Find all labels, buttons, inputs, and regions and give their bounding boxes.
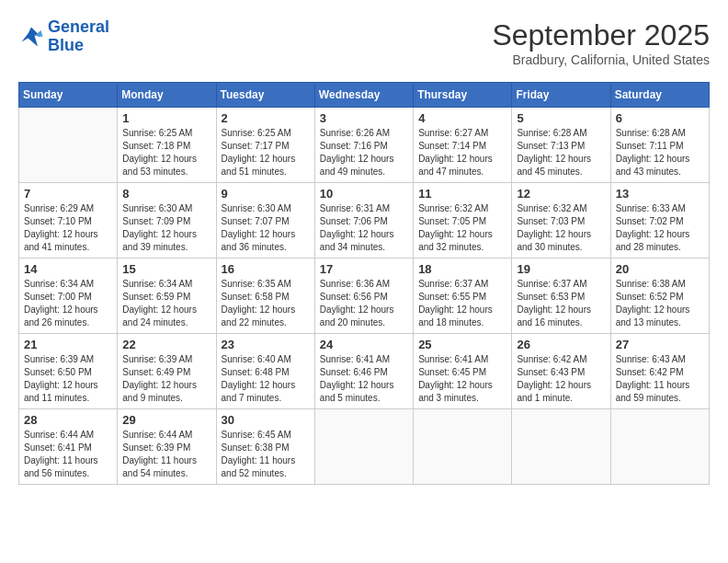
calendar-cell: 24Sunrise: 6:41 AMSunset: 6:46 PMDayligh…: [314, 334, 413, 409]
day-number: 14: [24, 262, 112, 276]
calendar-header-row: SundayMondayTuesdayWednesdayThursdayFrid…: [19, 83, 710, 108]
day-info: Sunrise: 6:41 AMSunset: 6:45 PMDaylight:…: [418, 353, 506, 405]
day-info: Sunrise: 6:25 AMSunset: 7:17 PMDaylight:…: [222, 127, 310, 178]
day-of-week-header: Monday: [118, 83, 216, 108]
month-title: September 2025: [492, 18, 710, 52]
day-info: Sunrise: 6:39 AMSunset: 6:50 PMDaylight:…: [24, 353, 112, 405]
calendar-cell: 4Sunrise: 6:27 AMSunset: 7:14 PMDaylight…: [414, 108, 512, 183]
day-of-week-header: Wednesday: [314, 83, 413, 108]
day-number: 29: [122, 413, 210, 427]
calendar-cell: 21Sunrise: 6:39 AMSunset: 6:50 PMDayligh…: [19, 334, 118, 409]
day-number: 7: [24, 187, 112, 201]
calendar-cell: 5Sunrise: 6:28 AMSunset: 7:13 PMDaylight…: [512, 108, 610, 183]
day-number: 1: [122, 111, 210, 125]
day-info: Sunrise: 6:28 AMSunset: 7:13 PMDaylight:…: [517, 127, 605, 178]
day-of-week-header: Thursday: [414, 83, 512, 108]
day-info: Sunrise: 6:40 AMSunset: 6:48 PMDaylight:…: [222, 353, 310, 405]
calendar-cell: 20Sunrise: 6:38 AMSunset: 6:52 PMDayligh…: [610, 259, 709, 334]
day-number: 18: [418, 262, 506, 276]
calendar-cell: [19, 108, 118, 183]
day-number: 23: [222, 338, 310, 351]
day-number: 16: [222, 262, 310, 276]
day-info: Sunrise: 6:28 AMSunset: 7:11 PMDaylight:…: [616, 127, 704, 178]
day-number: 30: [222, 413, 310, 427]
location: Bradbury, California, United States: [492, 52, 710, 67]
day-of-week-header: Sunday: [19, 83, 118, 108]
day-number: 4: [418, 111, 506, 125]
calendar-week-row: 14Sunrise: 6:34 AMSunset: 7:00 PMDayligh…: [19, 259, 710, 334]
logo-icon: [18, 24, 44, 50]
calendar-cell: 13Sunrise: 6:33 AMSunset: 7:02 PMDayligh…: [610, 183, 709, 259]
day-number: 5: [517, 111, 605, 125]
day-info: Sunrise: 6:42 AMSunset: 6:43 PMDaylight:…: [517, 353, 605, 405]
day-info: Sunrise: 6:43 AMSunset: 6:42 PMDaylight:…: [616, 353, 704, 405]
day-number: 27: [616, 338, 704, 351]
day-number: 21: [24, 338, 112, 351]
calendar-week-row: 28Sunrise: 6:44 AMSunset: 6:41 PMDayligh…: [19, 409, 710, 485]
day-info: Sunrise: 6:34 AMSunset: 7:00 PMDaylight:…: [24, 278, 112, 329]
day-info: Sunrise: 6:41 AMSunset: 6:46 PMDaylight:…: [320, 353, 408, 405]
day-number: 25: [418, 338, 506, 351]
day-number: 11: [418, 187, 506, 201]
calendar-cell: 29Sunrise: 6:44 AMSunset: 6:39 PMDayligh…: [118, 409, 216, 485]
day-info: Sunrise: 6:37 AMSunset: 6:53 PMDaylight:…: [517, 278, 605, 329]
day-number: 10: [320, 187, 408, 201]
day-number: 28: [24, 413, 112, 427]
day-of-week-header: Saturday: [610, 83, 709, 108]
day-info: Sunrise: 6:34 AMSunset: 6:59 PMDaylight:…: [122, 278, 210, 329]
calendar-week-row: 1Sunrise: 6:25 AMSunset: 7:18 PMDaylight…: [19, 108, 710, 183]
svg-marker-0: [22, 27, 41, 46]
day-info: Sunrise: 6:44 AMSunset: 6:39 PMDaylight:…: [122, 429, 210, 480]
day-of-week-header: Friday: [512, 83, 610, 108]
calendar-cell: 3Sunrise: 6:26 AMSunset: 7:16 PMDaylight…: [314, 108, 413, 183]
day-info: Sunrise: 6:45 AMSunset: 6:38 PMDaylight:…: [222, 429, 310, 480]
day-info: Sunrise: 6:38 AMSunset: 6:52 PMDaylight:…: [616, 278, 704, 329]
calendar-cell: [314, 409, 413, 485]
calendar-cell: 7Sunrise: 6:29 AMSunset: 7:10 PMDaylight…: [19, 183, 118, 259]
day-number: 8: [122, 187, 210, 201]
day-number: 13: [616, 187, 704, 201]
day-info: Sunrise: 6:44 AMSunset: 6:41 PMDaylight:…: [24, 429, 112, 480]
day-info: Sunrise: 6:32 AMSunset: 7:03 PMDaylight:…: [517, 202, 605, 254]
page-header: General Blue September 2025 Bradbury, Ca…: [18, 18, 710, 67]
calendar-cell: [414, 409, 512, 485]
day-info: Sunrise: 6:39 AMSunset: 6:49 PMDaylight:…: [122, 353, 210, 405]
day-info: Sunrise: 6:26 AMSunset: 7:16 PMDaylight:…: [320, 127, 408, 178]
day-of-week-header: Tuesday: [216, 83, 314, 108]
day-info: Sunrise: 6:25 AMSunset: 7:18 PMDaylight:…: [122, 127, 210, 178]
calendar-cell: 2Sunrise: 6:25 AMSunset: 7:17 PMDaylight…: [216, 108, 314, 183]
logo-text: General Blue: [48, 18, 109, 55]
day-number: 17: [320, 262, 408, 276]
day-number: 6: [616, 111, 704, 125]
day-info: Sunrise: 6:35 AMSunset: 6:58 PMDaylight:…: [222, 278, 310, 329]
calendar-cell: 30Sunrise: 6:45 AMSunset: 6:38 PMDayligh…: [216, 409, 314, 485]
day-info: Sunrise: 6:37 AMSunset: 6:55 PMDaylight:…: [418, 278, 506, 329]
day-number: 12: [517, 187, 605, 201]
day-number: 2: [222, 111, 310, 125]
calendar-cell: 9Sunrise: 6:30 AMSunset: 7:07 PMDaylight…: [216, 183, 314, 259]
day-number: 19: [517, 262, 605, 276]
logo: General Blue: [18, 18, 109, 55]
calendar-table: SundayMondayTuesdayWednesdayThursdayFrid…: [18, 82, 710, 485]
day-info: Sunrise: 6:36 AMSunset: 6:56 PMDaylight:…: [320, 278, 408, 329]
calendar-cell: 19Sunrise: 6:37 AMSunset: 6:53 PMDayligh…: [512, 259, 610, 334]
calendar-cell: 6Sunrise: 6:28 AMSunset: 7:11 PMDaylight…: [610, 108, 709, 183]
calendar-week-row: 21Sunrise: 6:39 AMSunset: 6:50 PMDayligh…: [19, 334, 710, 409]
calendar-cell: 23Sunrise: 6:40 AMSunset: 6:48 PMDayligh…: [216, 334, 314, 409]
day-info: Sunrise: 6:33 AMSunset: 7:02 PMDaylight:…: [616, 202, 704, 254]
day-number: 20: [616, 262, 704, 276]
calendar-cell: 14Sunrise: 6:34 AMSunset: 7:00 PMDayligh…: [19, 259, 118, 334]
day-info: Sunrise: 6:31 AMSunset: 7:06 PMDaylight:…: [320, 202, 408, 254]
calendar-cell: 22Sunrise: 6:39 AMSunset: 6:49 PMDayligh…: [118, 334, 216, 409]
day-number: 9: [222, 187, 310, 201]
day-info: Sunrise: 6:29 AMSunset: 7:10 PMDaylight:…: [24, 202, 112, 254]
calendar-cell: 18Sunrise: 6:37 AMSunset: 6:55 PMDayligh…: [414, 259, 512, 334]
calendar-cell: 28Sunrise: 6:44 AMSunset: 6:41 PMDayligh…: [19, 409, 118, 485]
day-info: Sunrise: 6:30 AMSunset: 7:07 PMDaylight:…: [222, 202, 310, 254]
calendar-cell: 17Sunrise: 6:36 AMSunset: 6:56 PMDayligh…: [314, 259, 413, 334]
calendar-cell: 12Sunrise: 6:32 AMSunset: 7:03 PMDayligh…: [512, 183, 610, 259]
day-info: Sunrise: 6:27 AMSunset: 7:14 PMDaylight:…: [418, 127, 506, 178]
calendar-cell: 11Sunrise: 6:32 AMSunset: 7:05 PMDayligh…: [414, 183, 512, 259]
day-number: 15: [122, 262, 210, 276]
calendar-cell: 25Sunrise: 6:41 AMSunset: 6:45 PMDayligh…: [414, 334, 512, 409]
